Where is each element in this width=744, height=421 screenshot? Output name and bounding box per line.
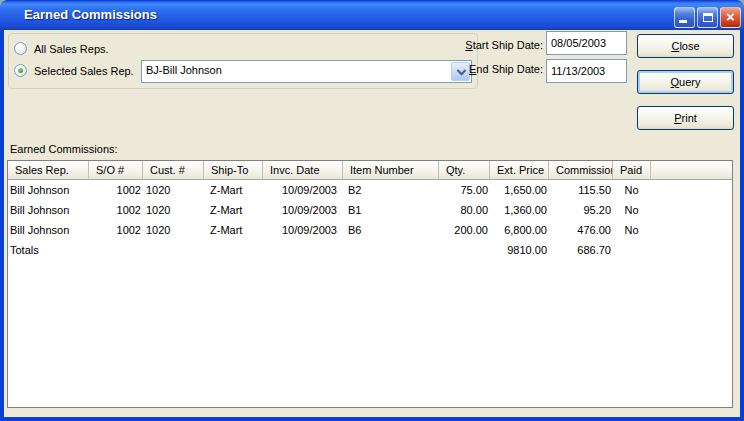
- cell-empty: [343, 240, 439, 260]
- cell-filler: [651, 240, 732, 260]
- start-ship-date-label: Start Ship Date:: [430, 39, 543, 51]
- column-header-paid[interactable]: Paid: [613, 161, 651, 180]
- grid-caption: Earned Commissions:: [10, 143, 118, 155]
- column-header-item-number[interactable]: Item Number: [343, 161, 439, 180]
- grid-header-row: Sales Rep. S/O # Cust. # Ship-To Invc. D…: [8, 161, 732, 180]
- minimize-button[interactable]: [674, 7, 695, 28]
- column-header-filler: [651, 161, 732, 180]
- cell-sales-rep: Bill Johnson: [8, 180, 89, 200]
- cell-empty: [89, 240, 143, 260]
- cell-invc-date: 10/09/2003: [263, 180, 343, 200]
- print-button[interactable]: Print: [637, 106, 734, 130]
- cell-paid: No: [613, 220, 651, 240]
- cell-paid: No: [613, 180, 651, 200]
- cell-ship-to: Z-Mart: [204, 180, 263, 200]
- cell-empty: [263, 240, 343, 260]
- minimize-icon: [679, 20, 687, 23]
- cell-empty: [143, 240, 204, 260]
- column-header-so-number[interactable]: S/O #: [89, 161, 143, 180]
- cell-total-ext-price: 9810.00: [490, 240, 549, 260]
- earned-commissions-dialog: Earned Commissions × All Sales Reps. Sel…: [0, 0, 744, 421]
- cell-ext-price: 6,800.00: [490, 220, 549, 240]
- close-icon: ×: [721, 8, 740, 27]
- cell-qty: 80.00: [439, 200, 490, 220]
- cell-empty: [204, 240, 263, 260]
- column-header-cust-number[interactable]: Cust. #: [143, 161, 204, 180]
- cell-so-number: 1002: [89, 220, 143, 240]
- close-window-button[interactable]: ×: [720, 7, 741, 28]
- sales-rep-dropdown-value: BJ-Bill Johnson: [146, 64, 222, 76]
- start-ship-date-input[interactable]: [546, 31, 627, 55]
- column-header-commission[interactable]: Commission: [549, 161, 613, 180]
- cell-item-number: B2: [343, 180, 439, 200]
- cell-empty: [439, 240, 490, 260]
- all-sales-reps-label[interactable]: All Sales Reps.: [34, 43, 109, 55]
- column-header-ext-price[interactable]: Ext. Price: [490, 161, 549, 180]
- cell-filler: [651, 200, 732, 220]
- cell-cust-number: 1020: [143, 180, 204, 200]
- totals-row: Totals 9810.00 686.70: [8, 240, 732, 260]
- all-sales-reps-radio[interactable]: [14, 42, 27, 55]
- commissions-grid: Sales Rep. S/O # Cust. # Ship-To Invc. D…: [7, 160, 733, 408]
- cell-commission: 476.00: [549, 220, 613, 240]
- cell-invc-date: 10/09/2003: [263, 220, 343, 240]
- column-header-sales-rep[interactable]: Sales Rep.: [8, 161, 89, 180]
- cell-commission: 115.50: [549, 180, 613, 200]
- cell-sales-rep: Bill Johnson: [8, 220, 89, 240]
- table-row[interactable]: Bill Johnson 1002 1020 Z-Mart 10/09/2003…: [8, 200, 732, 220]
- cell-qty: 75.00: [439, 180, 490, 200]
- cell-totals-label: Totals: [8, 240, 89, 260]
- column-header-invc-date[interactable]: Invc. Date: [263, 161, 343, 180]
- cell-cust-number: 1020: [143, 220, 204, 240]
- cell-so-number: 1002: [89, 180, 143, 200]
- cell-ship-to: Z-Mart: [204, 200, 263, 220]
- selected-sales-rep-radio[interactable]: [14, 64, 27, 77]
- cell-so-number: 1002: [89, 200, 143, 220]
- column-header-qty[interactable]: Qty.: [439, 161, 490, 180]
- cell-cust-number: 1020: [143, 200, 204, 220]
- window-title: Earned Commissions: [24, 0, 157, 30]
- titlebar[interactable]: Earned Commissions ×: [0, 0, 744, 30]
- end-ship-date-label: End Ship Date:: [430, 63, 543, 75]
- maximize-icon: [703, 13, 713, 22]
- cell-filler: [651, 180, 732, 200]
- close-button[interactable]: Close: [637, 34, 734, 58]
- cell-qty: 200.00: [439, 220, 490, 240]
- cell-item-number: B6: [343, 220, 439, 240]
- cell-ext-price: 1,360.00: [490, 200, 549, 220]
- cell-invc-date: 10/09/2003: [263, 200, 343, 220]
- table-row[interactable]: Bill Johnson 1002 1020 Z-Mart 10/09/2003…: [8, 220, 732, 240]
- cell-empty: [613, 240, 651, 260]
- sales-rep-dropdown[interactable]: BJ-Bill Johnson: [141, 60, 472, 83]
- selected-sales-rep-label[interactable]: Selected Sales Rep.: [34, 65, 134, 77]
- column-header-ship-to[interactable]: Ship-To: [204, 161, 263, 180]
- cell-ext-price: 1,650.00: [490, 180, 549, 200]
- maximize-button[interactable]: [697, 7, 718, 28]
- cell-total-commission: 686.70: [549, 240, 613, 260]
- cell-item-number: B1: [343, 200, 439, 220]
- table-row[interactable]: Bill Johnson 1002 1020 Z-Mart 10/09/2003…: [8, 180, 732, 200]
- cell-paid: No: [613, 200, 651, 220]
- cell-ship-to: Z-Mart: [204, 220, 263, 240]
- cell-sales-rep: Bill Johnson: [8, 200, 89, 220]
- cell-commission: 95.20: [549, 200, 613, 220]
- end-ship-date-input[interactable]: [546, 59, 627, 83]
- cell-filler: [651, 220, 732, 240]
- query-button[interactable]: Query: [637, 70, 734, 94]
